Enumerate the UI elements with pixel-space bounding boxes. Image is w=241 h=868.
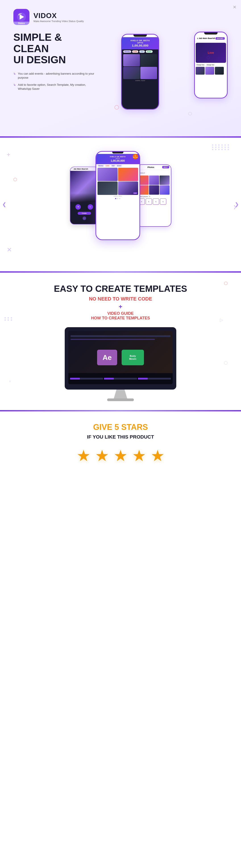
stars-section: GIVE 5 STARS IF YOU LIKE THIS PRODUCT ★ … — [0, 411, 241, 478]
hero-title: SIMPLE & CLEANUI DESIGN — [14, 32, 99, 65]
watermark-text: HARPAL YADAV — [122, 80, 158, 82]
select-boxes-row: + + + + — [137, 198, 171, 205]
dot — [221, 144, 223, 146]
track-3 — [138, 378, 171, 379]
tag-love: Love — [105, 165, 110, 166]
logo-text: VIDOX Make Awesome Trending Video Status… — [33, 11, 84, 23]
timeline-strip — [71, 339, 155, 340]
left-phone-header: ‹ Jab Main Baarish — [70, 167, 99, 171]
tag-beauty: Beauty — [98, 165, 104, 166]
timeline-bar — [68, 373, 173, 384]
photos-title: Photos — [148, 166, 154, 168]
triangle-deco: ▷ — [220, 317, 223, 322]
templates-subtitle2: VIDEO GUIDE — [14, 311, 227, 316]
dot — [11, 317, 12, 318]
dot — [212, 149, 213, 150]
templates-subtitle3: HOW TO CREATE TEMPLATES — [14, 316, 227, 320]
dot — [218, 147, 220, 148]
center-grid: Love — [96, 167, 139, 195]
star-3: ★ — [114, 446, 128, 465]
dot — [215, 144, 216, 146]
bottom-icons: ⋯ — [70, 216, 99, 221]
phone-export-mockup: ‹ Jab Main Baarish EXPORT Love Change To… — [194, 32, 227, 98]
dot — [215, 147, 216, 148]
select-box[interactable]: + — [153, 198, 159, 205]
dot — [227, 144, 229, 146]
next-button[interactable]: ❯ — [235, 202, 239, 207]
template-thumb — [140, 67, 157, 79]
plus-symbol: + — [14, 303, 227, 310]
photos-grid — [137, 175, 171, 195]
select-box[interactable]: + — [160, 198, 166, 205]
hero-left-panel: SIMPLE & CLEANUI DESIGN You can add even… — [14, 32, 99, 94]
tool-item: Orange Tool — [206, 64, 215, 66]
love-image: Love — [196, 43, 226, 63]
phones-section: + ✕ ❯ // dots rendered inline below ❮ ❯ … — [0, 138, 241, 271]
center-banner-title: KHELO OR JEETO — [98, 156, 138, 158]
prev-button[interactable]: ❮ — [2, 202, 6, 207]
export-header: ‹ Jab Main Baarish EXPORT — [195, 35, 227, 42]
center-thumb — [98, 182, 117, 195]
close-button[interactable]: ✕ — [233, 4, 237, 10]
edit-icon[interactable]: ✏ — [88, 204, 93, 210]
hex-deco: ⬡ — [224, 360, 227, 366]
dot — [227, 149, 229, 150]
app-tagline: Make Awesome Trending Video Status Quali… — [33, 20, 84, 23]
select-box[interactable]: + — [146, 198, 152, 205]
image-overlay — [70, 193, 99, 202]
monitor-screen: Ae BodyMovin — [68, 331, 173, 384]
tag-event: Event — [116, 165, 122, 166]
dot — [221, 147, 223, 148]
templates-subtitle1: NO NEED TO WRITE CODE — [14, 296, 227, 302]
plus-deco: + — [9, 379, 11, 383]
photos-next-button[interactable]: NEXT — [162, 166, 169, 168]
category-tags: Beauty Love Sad Event — [122, 50, 158, 54]
export-content: Love Change Tool Orange Tool — [195, 42, 227, 75]
tag-sad: Sad — [139, 50, 145, 53]
app-header: Status VIDOX Make Awesome Trending Video… — [14, 9, 227, 25]
hero-phones: ▷ KHELO OR JEETO UPTO 1,00,00,000 Beauty… — [108, 29, 227, 123]
photo-thumb — [160, 176, 169, 185]
select-photos-label: Select photos : 5 — [137, 195, 171, 198]
export-button[interactable]: EXPORT — [216, 37, 225, 40]
song-title: Jab Main Baarish — [198, 37, 215, 39]
small-thumb — [205, 67, 214, 74]
deco-hex: ⬡ — [188, 111, 192, 116]
center-thumb — [98, 168, 117, 181]
share-icon[interactable]: ⋯ — [83, 217, 86, 220]
tag-beauty: Beauty — [123, 50, 131, 53]
left-phone-image — [70, 171, 99, 202]
dot — [227, 147, 229, 148]
stars-title-start: GIVE — [93, 423, 114, 432]
phone-notch — [112, 152, 124, 153]
phone-notch — [133, 34, 147, 37]
eye-icon[interactable]: 👁 — [75, 204, 81, 210]
create-button[interactable]: Create — [78, 212, 91, 215]
tag-sad: Sad — [111, 165, 115, 166]
dot — [4, 317, 6, 318]
phone-notch — [204, 32, 218, 34]
timeline-strip — [71, 335, 170, 337]
dot — [212, 144, 213, 146]
star-5: ★ — [151, 446, 165, 465]
bullet-item: Add to favorite option, Search Template,… — [14, 83, 99, 91]
center-banner: KHELO OR JEETO UPTO 1,00,00,000 O! Qurek… — [96, 154, 139, 164]
dot — [7, 317, 9, 318]
photo-thumb — [149, 185, 159, 195]
dot — [218, 149, 220, 150]
app-logo: Status — [14, 9, 29, 25]
action-icons: 👁 ✏ — [70, 203, 99, 211]
dot — [215, 149, 216, 150]
photo-thumb — [160, 185, 169, 195]
nav-dot — [115, 198, 116, 199]
circle-deco-red — [224, 282, 227, 285]
template-thumb — [140, 54, 157, 66]
deco-circle — [207, 56, 210, 59]
deco-circle-red — [114, 105, 119, 110]
plus-deco-bottom: ✕ — [7, 246, 12, 253]
template-thumb — [123, 67, 140, 79]
dots-pattern-top-right — [212, 144, 230, 150]
star-1: ★ — [77, 446, 90, 465]
phone-screen: KHELO OR JEETO UPTO 1,00,00,000 Beauty L… — [122, 37, 158, 110]
center-banner-upto: UPTO — [98, 158, 138, 159]
